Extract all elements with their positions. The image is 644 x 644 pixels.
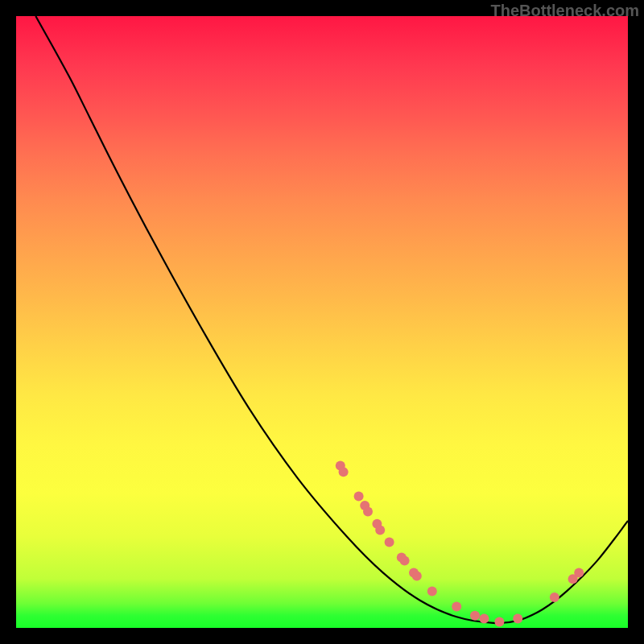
data-point-marker xyxy=(363,507,373,517)
chart-container: TheBottleneck.com xyxy=(0,0,644,644)
chart-svg xyxy=(16,16,628,628)
data-point-marker xyxy=(513,614,522,624)
data-point-marker xyxy=(354,492,364,502)
data-point-marker xyxy=(550,592,559,602)
data-point-marker xyxy=(494,617,504,626)
data-point-marker xyxy=(385,538,394,547)
plot-area xyxy=(16,16,628,628)
data-point-marker xyxy=(412,571,422,580)
data-point-marker xyxy=(470,611,480,621)
data-point-marker xyxy=(375,525,385,535)
data-point-marker xyxy=(400,555,410,565)
markers-layer xyxy=(336,461,584,627)
data-point-marker xyxy=(452,601,461,611)
data-point-marker xyxy=(479,614,489,624)
watermark-text: TheBottleneck.com xyxy=(491,2,639,20)
curve-layer xyxy=(35,16,628,623)
data-point-marker xyxy=(574,568,584,578)
data-point-marker xyxy=(427,586,437,596)
data-point-marker xyxy=(339,467,349,477)
bottleneck-curve xyxy=(35,16,628,623)
